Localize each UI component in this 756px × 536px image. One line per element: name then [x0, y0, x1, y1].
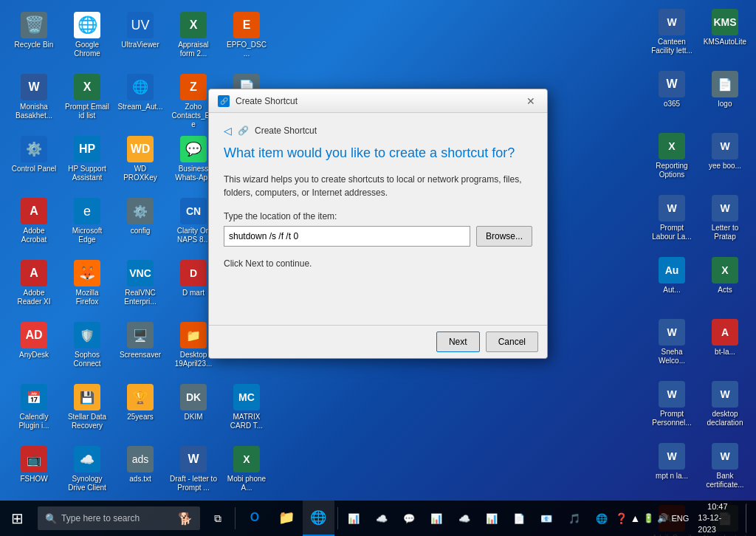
show-desktop-button[interactable]	[746, 504, 750, 533]
icon-matrix[interactable]: MC MATRIX CARD T...	[221, 381, 272, 440]
taskbar-website[interactable]: 🌐	[588, 504, 614, 533]
dialog-back-arrow[interactable]: ◁	[224, 125, 232, 137]
desktop: 🗑️ Recycle Bin 🌐 Google Chrome UV UltraV…	[0, 0, 756, 536]
icon-epfo[interactable]: E EPFO_DSC ...	[221, 9, 272, 68]
dialog-breadcrumb: Create Shortcut	[255, 126, 317, 136]
dialog-footer: Next Cancel	[209, 325, 547, 358]
icon-auti[interactable]: Au Aut...	[647, 254, 697, 313]
dialog-cancel-button[interactable]: Cancel	[486, 331, 538, 352]
icon-hp[interactable]: HP HP Support Assistant	[62, 133, 112, 192]
dialog-description: This wizard helps you to create shortcut…	[224, 173, 532, 199]
icon-kms-auto[interactable]: KMS KMSAutoLite	[700, 6, 750, 65]
dialog-location-input[interactable]	[224, 226, 470, 247]
tray-language[interactable]: ENG	[671, 514, 689, 523]
taskbar-virtualdj[interactable]: 🎵	[561, 504, 587, 533]
icon-stellar[interactable]: 💾 Stellar Data Recovery	[62, 381, 112, 440]
tray-battery-icon[interactable]: 🔋	[643, 513, 654, 523]
taskbar-divider-2	[337, 507, 338, 529]
dialog-browse-button[interactable]: Browse...	[476, 226, 532, 247]
dialog-title-icon-inline: 🔗	[238, 126, 249, 136]
dialog-heading: What item would you like to create a sho…	[224, 145, 532, 161]
taskbar-prompt25[interactable]: 📊	[341, 504, 367, 533]
taskbar-apr23[interactable]: 📊	[424, 504, 450, 533]
icon-letter-pratap[interactable]: W Letter to Pratap	[700, 192, 750, 251]
taskbar-clock[interactable]: 10:47 13-12-2023	[692, 501, 743, 535]
taskbar: ⊞ 🔍 🐕 ⧉ O 📁 🌐 📊 ☁️ 💬 📊 ☁️ 📊 📄	[0, 501, 756, 536]
icon-employee-boo[interactable]: W yee boo...	[700, 130, 750, 189]
dialog-field-label: Type the location of the item:	[224, 211, 532, 221]
tray-volume-icon[interactable]: 🔊	[657, 513, 668, 523]
taskbar-time: 10:47	[707, 501, 728, 512]
taskbar-search-bar[interactable]: 🔍 🐕	[38, 506, 200, 530]
icon-ads[interactable]: ads ads.txt	[115, 443, 165, 502]
dialog-titlebar: 🔗 Create Shortcut ✕	[209, 89, 547, 113]
icon-calendly[interactable]: 📅 Calendly Plugin i...	[9, 381, 59, 440]
icon-canteen[interactable]: W Canteen Facility lett...	[647, 6, 697, 65]
icon-mobi[interactable]: X Mobi phone A...	[221, 443, 272, 502]
icon-desktop-declaration[interactable]: W desktop declaration	[700, 378, 750, 437]
icon-adobe-reader[interactable]: A Adobe Reader XI	[9, 257, 59, 316]
taskbar-app-chrome[interactable]: 🌐	[303, 501, 334, 536]
dialog-body: ◁ 🔗 Create Shortcut What item would you …	[209, 113, 547, 325]
tray-question-icon[interactable]: ❓	[615, 512, 628, 524]
icon-edge[interactable]: e Microsoft Edge	[62, 195, 112, 254]
icon-anydesk[interactable]: AD AnyDesk	[9, 319, 59, 378]
taskbar-app-explorer[interactable]: 📁	[270, 501, 302, 536]
dialog-close-button[interactable]: ✕	[523, 94, 538, 109]
dialog-input-row: Browse...	[224, 226, 532, 247]
taskbar-comlince[interactable]: 📄	[506, 504, 532, 533]
taskbar-date: 13-12-2023	[698, 512, 737, 535]
icon-prompt-email[interactable]: X Prompt Email id list	[62, 71, 112, 130]
icon-acts[interactable]: X Acts	[700, 254, 750, 313]
icon-sneha[interactable]: W Sneha Welco...	[647, 316, 697, 375]
search-dog-icon: 🐕	[178, 512, 193, 526]
tray-network-icon[interactable]: ▲	[630, 512, 641, 524]
taskbar-engagement[interactable]: 📧	[534, 504, 560, 533]
icon-dkim[interactable]: DK DKIM	[168, 381, 219, 440]
taskbar-salesforce[interactable]: ☁️	[368, 504, 394, 533]
taskbar-tray-icons: ❓ ▲ 🔋 🔊 ENG	[615, 512, 690, 524]
icon-draft[interactable]: W Draft - letter to Prompt ...	[168, 443, 219, 502]
icon-config[interactable]: ⚙️ config	[115, 195, 165, 254]
dialog-next-button[interactable]: Next	[436, 331, 480, 352]
icon-control-panel[interactable]: ⚙️ Control Panel	[9, 133, 59, 192]
icon-o365[interactable]: W o365	[647, 68, 697, 127]
desktop-icons-right: W Canteen Facility lett... KMS KMSAutoLi…	[647, 6, 750, 536]
taskbar-sf-user[interactable]: ☁️	[451, 504, 477, 533]
start-button[interactable]: ⊞	[0, 501, 35, 536]
icon-bank-certificate[interactable]: W Bank certificate...	[700, 440, 750, 499]
taskbar-whatsapp-campaign[interactable]: 💬	[396, 504, 422, 533]
dialog-title-text: Create Shortcut	[236, 96, 523, 106]
icon-bt-la[interactable]: A bt-la...	[700, 316, 750, 375]
taskbar-divider	[235, 507, 236, 529]
icon-adobe-acrobat[interactable]: A Adobe Acrobat	[9, 195, 59, 254]
icon-ultraviewer[interactable]: UV UltraViewer	[115, 9, 165, 68]
icon-screensaver[interactable]: 🖥️ Screensaver	[115, 319, 165, 378]
icon-appraisal[interactable]: X Appraisal form 2...	[168, 9, 219, 68]
create-shortcut-dialog: 🔗 Create Shortcut ✕ ◁ 🔗 Create Shortcut …	[208, 89, 548, 359]
taskbar-search-input[interactable]	[61, 513, 175, 523]
icon-logo[interactable]: 📄 logo	[700, 68, 750, 127]
task-view-button[interactable]: ⧉	[203, 504, 232, 533]
icon-sophos[interactable]: 🛡️ Sophos Connect	[62, 319, 112, 378]
taskbar-app-outlook[interactable]: O	[238, 501, 270, 536]
icon-fshow[interactable]: 📺 FSHOW	[9, 443, 59, 502]
dialog-title-icon: 🔗	[218, 95, 230, 107]
dialog-hint: Click Next to continue.	[224, 258, 532, 269]
icon-realvnc[interactable]: VNC RealVNC Enterpri...	[115, 257, 165, 316]
taskbar-tray: ❓ ▲ 🔋 🔊 ENG 10:47 13-12-2023	[615, 501, 756, 535]
taskbar-aug23[interactable]: 📊	[478, 504, 504, 533]
dialog-nav: ◁ 🔗 Create Shortcut	[224, 125, 532, 137]
icon-reporting[interactable]: X ReportingOptions	[647, 130, 697, 189]
icon-monisha[interactable]: W Monisha Basakhet...	[9, 71, 59, 130]
icon-stream[interactable]: 🌐 Stream_Aut...	[115, 71, 165, 130]
icon-25years[interactable]: 🏆 25years	[115, 381, 165, 440]
icon-prompt-personnel[interactable]: W Prompt Personnel...	[647, 378, 697, 437]
icon-chrome[interactable]: 🌐 Google Chrome	[62, 9, 112, 68]
icon-wd[interactable]: WD WD PROXKey	[115, 133, 165, 192]
icon-prompt-labour[interactable]: W Prompt Labour La...	[647, 192, 697, 251]
icon-mpt[interactable]: W mpt n la...	[647, 440, 697, 499]
icon-firefox[interactable]: 🦊 Mozilla Firefox	[62, 257, 112, 316]
icon-recycle-bin[interactable]: 🗑️ Recycle Bin	[9, 9, 59, 68]
icon-synology[interactable]: ☁️ Synology Drive Client	[62, 443, 112, 502]
